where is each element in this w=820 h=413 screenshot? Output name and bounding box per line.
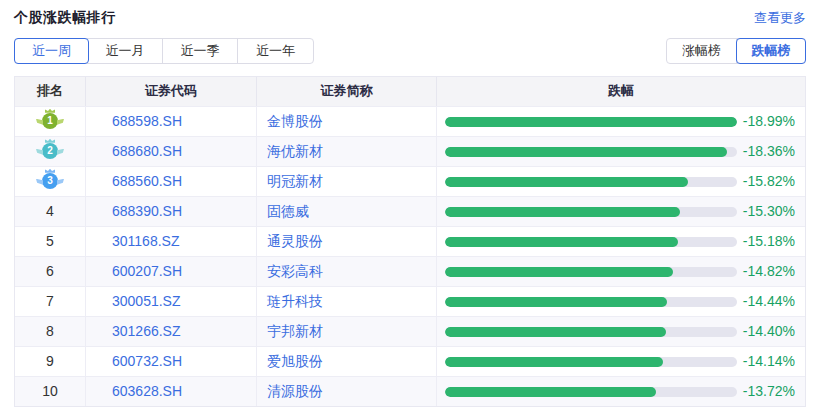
page-title: 个股涨跌幅排行: [14, 9, 116, 27]
column-header-rank: 排名: [15, 77, 86, 106]
stock-name-link[interactable]: 爱旭股份: [257, 347, 437, 376]
rank-number: 1: [47, 115, 53, 126]
change-percent: -18.99%: [743, 107, 795, 136]
change-bar-fill: [445, 117, 737, 127]
rank-number: 6: [15, 257, 86, 286]
stock-name-link[interactable]: 金博股份: [257, 107, 437, 136]
wing-right-icon: [57, 149, 64, 155]
rank-number: 4: [15, 197, 86, 226]
view-more-link[interactable]: 查看更多: [754, 9, 806, 27]
change-percent: -18.36%: [743, 137, 795, 166]
stock-name-link[interactable]: 安彩高科: [257, 257, 437, 286]
table-row: 1 688598.SH 金博股份 -18.99%: [15, 106, 805, 136]
change-bar-fill: [445, 147, 727, 157]
column-header-change: 跌幅: [437, 77, 805, 106]
stock-code-link[interactable]: 688390.SH: [86, 197, 257, 226]
change-bar-fill: [445, 237, 678, 247]
stock-code-link[interactable]: 688680.SH: [86, 137, 257, 166]
table-row: 3 688560.SH 明冠新材 -15.82%: [15, 166, 805, 196]
change-bar-track: [445, 357, 737, 367]
toolbar: 近一周 近一月 近一季 近一年 涨幅榜 跌幅榜: [14, 38, 806, 64]
crown-icon: [45, 109, 55, 113]
rank-3-medal: 3: [42, 173, 58, 189]
change-bar-fill: [445, 177, 688, 187]
stock-name-link[interactable]: 清源股份: [257, 377, 437, 406]
change-percent: -15.82%: [743, 167, 795, 196]
rank-2-medal: 2: [42, 143, 58, 159]
rank-number: 2: [47, 145, 53, 156]
rank-number: 10: [15, 377, 86, 406]
table-header-row: 排名 证券代码 证券简称 跌幅: [15, 77, 805, 106]
change-percent: -13.72%: [743, 377, 795, 406]
tab-recent-month[interactable]: 近一月: [88, 39, 163, 63]
crown-icon: [45, 169, 55, 173]
table-row: 8 301266.SZ 宇邦新材 -14.40%: [15, 316, 805, 346]
table-row: 6 600207.SH 安彩高科 -14.82%: [15, 256, 805, 286]
table-row: 4 688390.SH 固德威 -15.30%: [15, 196, 805, 226]
period-tab-group: 近一周 近一月 近一季 近一年: [14, 38, 314, 64]
change-bar-track: [445, 267, 737, 277]
wing-right-icon: [57, 119, 64, 125]
tab-gainers-board[interactable]: 涨幅榜: [667, 39, 737, 63]
change-bar-fill: [445, 357, 663, 367]
change-percent: -15.18%: [743, 227, 795, 256]
column-header-code: 证券代码: [86, 77, 257, 106]
stock-code-link[interactable]: 600207.SH: [86, 257, 257, 286]
table-body: 1 688598.SH 金博股份 -18.99% 2: [15, 106, 805, 406]
stock-name-link[interactable]: 通灵股份: [257, 227, 437, 256]
stock-name-link[interactable]: 琏升科技: [257, 287, 437, 316]
stock-code-link[interactable]: 300051.SZ: [86, 287, 257, 316]
table-row: 7 300051.SZ 琏升科技 -14.44%: [15, 286, 805, 316]
change-bar-fill: [445, 267, 673, 277]
change-percent: -14.44%: [743, 287, 795, 316]
stock-code-link[interactable]: 600732.SH: [86, 347, 257, 376]
rank-number: 3: [47, 175, 53, 186]
wing-right-icon: [57, 179, 64, 185]
change-bar-fill: [445, 297, 667, 307]
stock-name-link[interactable]: 固德威: [257, 197, 437, 226]
crown-icon: [45, 139, 55, 143]
change-bar-track: [445, 117, 737, 127]
rank-number: 9: [15, 347, 86, 376]
table-row: 2 688680.SH 海优新材 -18.36%: [15, 136, 805, 166]
rank-number: 7: [15, 287, 86, 316]
change-bar-track: [445, 147, 737, 157]
change-percent: -14.82%: [743, 257, 795, 286]
change-bar-track: [445, 387, 737, 397]
stock-name-link[interactable]: 宇邦新材: [257, 317, 437, 346]
change-percent: -15.30%: [743, 197, 795, 226]
change-bar-track: [445, 237, 737, 247]
stock-ranking-panel: 个股涨跌幅排行 查看更多 近一周 近一月 近一季 近一年 涨幅榜 跌幅榜 排名 …: [0, 0, 820, 413]
rank-1-medal: 1: [42, 113, 58, 129]
change-bar-track: [445, 177, 737, 187]
tab-recent-week[interactable]: 近一周: [14, 38, 89, 64]
table-row: 9 600732.SH 爱旭股份 -14.14%: [15, 346, 805, 376]
stock-code-link[interactable]: 301168.SZ: [86, 227, 257, 256]
wing-left-icon: [36, 179, 43, 185]
stock-name-link[interactable]: 明冠新材: [257, 167, 437, 196]
change-bar-track: [445, 207, 737, 217]
stock-name-link[interactable]: 海优新材: [257, 137, 437, 166]
wing-left-icon: [36, 119, 43, 125]
stock-code-link[interactable]: 688598.SH: [86, 107, 257, 136]
change-percent: -14.14%: [743, 347, 795, 376]
tab-losers-board[interactable]: 跌幅榜: [736, 38, 806, 64]
ranking-table: 排名 证券代码 证券简称 跌幅 1 688598.SH 金博股份: [14, 76, 806, 407]
stock-code-link[interactable]: 301266.SZ: [86, 317, 257, 346]
change-bar-fill: [445, 327, 666, 337]
panel-header: 个股涨跌幅排行 查看更多: [14, 0, 806, 27]
change-bar-track: [445, 297, 737, 307]
rank-number: 5: [15, 227, 86, 256]
table-row: 10 603628.SH 清源股份 -13.72%: [15, 376, 805, 406]
stock-code-link[interactable]: 603628.SH: [86, 377, 257, 406]
rank-number: 8: [15, 317, 86, 346]
change-percent: -14.40%: [743, 317, 795, 346]
stock-code-link[interactable]: 688560.SH: [86, 167, 257, 196]
change-bar-fill: [445, 207, 680, 217]
board-toggle-group: 涨幅榜 跌幅榜: [666, 38, 806, 64]
column-header-name: 证券简称: [257, 77, 437, 106]
tab-recent-quarter[interactable]: 近一季: [163, 39, 238, 63]
tab-recent-year[interactable]: 近一年: [238, 39, 313, 63]
change-bar-track: [445, 327, 737, 337]
wing-left-icon: [36, 149, 43, 155]
